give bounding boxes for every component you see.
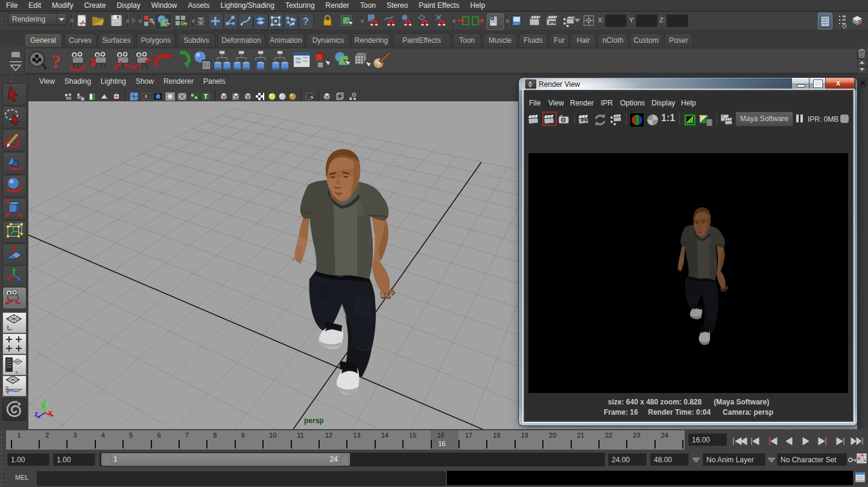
svg-text:?: ? [303,16,309,27]
svg-text:T: T [204,93,207,100]
svg-text:x: x [48,409,52,417]
svg-text:IPR: IPR [581,118,588,122]
svg-text:IPR: IPR [549,20,556,25]
svg-text:persp: persp [304,416,324,425]
svg-text:y: y [41,400,45,409]
svg-text:z: z [34,410,38,418]
svg-text:?: ? [51,51,61,72]
